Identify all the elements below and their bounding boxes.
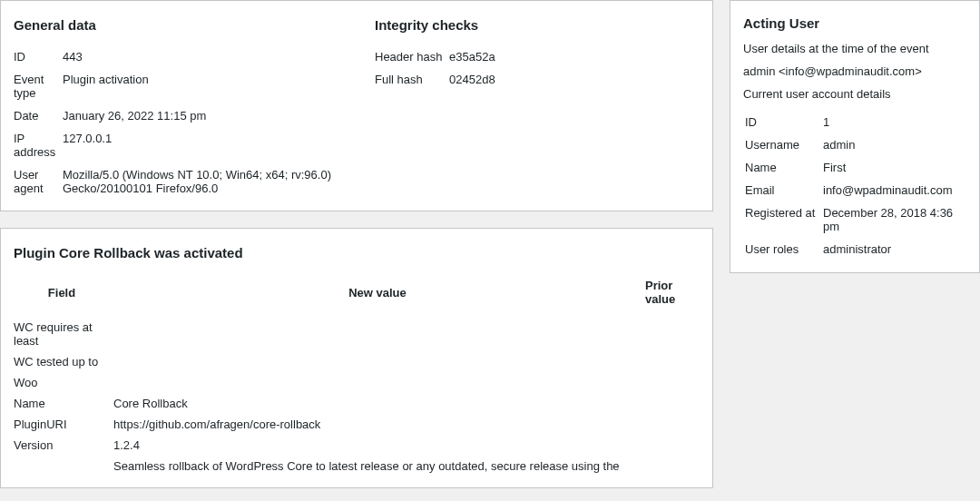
integrity-checks-heading: Integrity checks bbox=[375, 17, 700, 33]
row-field: PluginURI bbox=[14, 414, 113, 435]
table-row: User agentMozilla/5.0 (Windows NT 10.0; … bbox=[14, 163, 338, 200]
row-value: 1 bbox=[823, 112, 965, 133]
table-row: Seamless rollback of WordPress Core to l… bbox=[14, 456, 700, 476]
table-row: Usernameadmin bbox=[745, 134, 965, 155]
column-field: Field bbox=[14, 273, 113, 317]
table-row: User rolesadministrator bbox=[745, 239, 965, 260]
plugin-activation-panel: Plugin Core Rollback was activated Field… bbox=[0, 228, 713, 488]
table-row: Version1.2.4 bbox=[14, 435, 700, 456]
acting-user-panel: Acting User User details at the time of … bbox=[730, 0, 980, 273]
user-identity: admin <info@wpadminaudit.com> bbox=[743, 64, 966, 78]
general-data-table: ID443Event typePlugin activationDateJanu… bbox=[14, 45, 338, 200]
row-new-value: 1.2.4 bbox=[113, 435, 645, 456]
row-value: 127.0.0.1 bbox=[63, 127, 338, 163]
row-prior-value bbox=[645, 351, 700, 372]
row-value: Plugin activation bbox=[63, 68, 338, 104]
row-key: Header hash bbox=[375, 45, 449, 68]
row-key: Name bbox=[745, 157, 821, 178]
plugin-table: Field New value Prior value WC requires … bbox=[14, 273, 700, 476]
row-value: 443 bbox=[63, 45, 338, 68]
row-new-value bbox=[113, 351, 645, 372]
row-key: Username bbox=[745, 134, 821, 155]
row-field: WC tested up to bbox=[14, 351, 113, 372]
table-row: ID443 bbox=[14, 45, 338, 68]
time-of-event-label: User details at the time of the event bbox=[743, 42, 966, 55]
row-key: User agent bbox=[14, 163, 63, 200]
row-value: 02452d8 bbox=[449, 68, 700, 91]
table-row: Header hashe35a52a bbox=[375, 45, 700, 68]
row-key: Email bbox=[745, 180, 821, 201]
general-integrity-panel: General data ID443Event typePlugin activ… bbox=[0, 0, 713, 211]
table-row: IP address127.0.0.1 bbox=[14, 127, 338, 163]
table-row: WC requires at least bbox=[14, 317, 700, 351]
table-row: Woo bbox=[14, 372, 700, 393]
row-value: January 26, 2022 11:15 pm bbox=[63, 104, 338, 127]
table-row: PluginURIhttps://github.com/afragen/core… bbox=[14, 414, 700, 435]
row-key: IP address bbox=[14, 127, 63, 163]
column-new-value: New value bbox=[113, 273, 645, 317]
table-row: NameCore Rollback bbox=[14, 393, 700, 414]
row-value: First bbox=[823, 157, 965, 178]
table-row: Emailinfo@wpadminaudit.com bbox=[745, 180, 965, 201]
row-key: Full hash bbox=[375, 68, 449, 91]
general-data-section: General data ID443Event typePlugin activ… bbox=[14, 12, 338, 200]
table-row: ID1 bbox=[745, 112, 965, 133]
row-key: Event type bbox=[14, 68, 63, 104]
integrity-table: Header hashe35a52aFull hash02452d8 bbox=[375, 45, 700, 91]
row-prior-value bbox=[645, 456, 700, 476]
row-new-value bbox=[113, 372, 645, 393]
row-new-value: Core Rollback bbox=[113, 393, 645, 414]
table-row: Full hash02452d8 bbox=[375, 68, 700, 91]
row-field: Name bbox=[14, 393, 113, 414]
row-value: e35a52a bbox=[449, 45, 700, 68]
row-key: Date bbox=[14, 104, 63, 127]
table-row: Registered atDecember 28, 2018 4:36 pm bbox=[745, 202, 965, 237]
user-details-table: ID1UsernameadminNameFirstEmailinfo@wpadm… bbox=[743, 110, 966, 261]
row-prior-value bbox=[645, 435, 700, 456]
general-data-heading: General data bbox=[14, 17, 338, 33]
row-prior-value bbox=[645, 317, 700, 351]
row-key: ID bbox=[745, 112, 821, 133]
row-prior-value bbox=[645, 372, 700, 393]
row-value: administrator bbox=[823, 239, 965, 260]
table-row: NameFirst bbox=[745, 157, 965, 178]
row-new-value: Seamless rollback of WordPress Core to l… bbox=[113, 456, 645, 476]
plugin-heading: Plugin Core Rollback was activated bbox=[14, 245, 700, 260]
row-value: December 28, 2018 4:36 pm bbox=[823, 202, 965, 237]
row-field: WC requires at least bbox=[14, 317, 113, 351]
row-prior-value bbox=[645, 393, 700, 414]
row-prior-value bbox=[645, 414, 700, 435]
row-value: info@wpadminaudit.com bbox=[823, 180, 965, 201]
current-account-label: Current user account details bbox=[743, 87, 966, 101]
row-key: ID bbox=[14, 45, 63, 68]
integrity-checks-section: Integrity checks Header hashe35a52aFull … bbox=[375, 12, 700, 200]
table-row: DateJanuary 26, 2022 11:15 pm bbox=[14, 104, 338, 127]
row-field: Version bbox=[14, 435, 113, 456]
row-new-value: https://github.com/afragen/core-rollback bbox=[113, 414, 645, 435]
row-field bbox=[14, 456, 113, 476]
column-prior-value: Prior value bbox=[645, 273, 700, 317]
row-value: Mozilla/5.0 (Windows NT 10.0; Win64; x64… bbox=[63, 163, 338, 200]
row-new-value bbox=[113, 317, 645, 351]
acting-user-heading: Acting User bbox=[743, 15, 966, 31]
row-field: Woo bbox=[14, 372, 113, 393]
table-row: Event typePlugin activation bbox=[14, 68, 338, 104]
row-key: Registered at bbox=[745, 202, 821, 237]
table-row: WC tested up to bbox=[14, 351, 700, 372]
row-value: admin bbox=[823, 134, 965, 155]
row-key: User roles bbox=[745, 239, 821, 260]
